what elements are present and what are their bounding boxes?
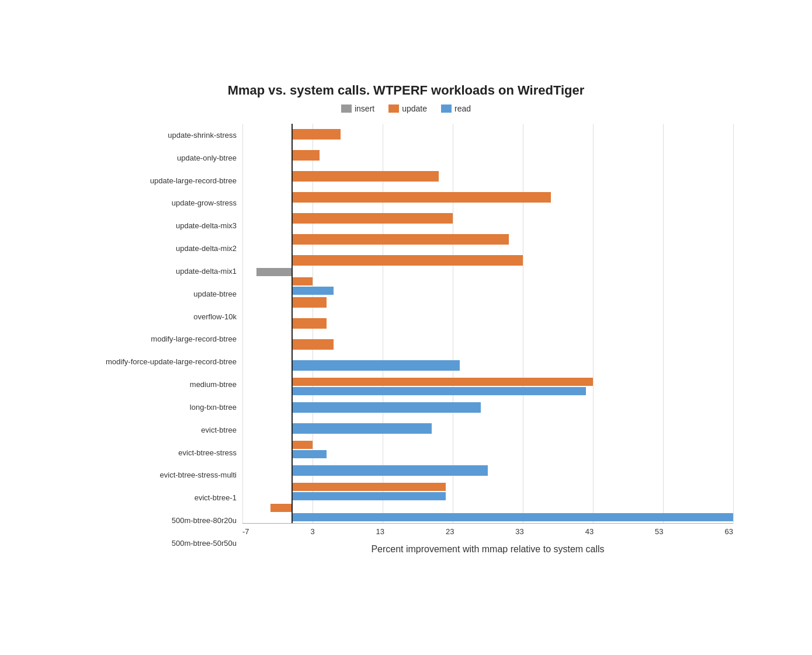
bar-segment-update: [292, 339, 334, 350]
y-label: update-delta-mix2: [79, 238, 237, 259]
y-label: evict-btree-stress: [79, 442, 237, 463]
y-label: 500m-btree-80r20u: [79, 510, 237, 531]
x-tick: 23: [446, 527, 454, 536]
bar-row: [242, 124, 733, 145]
bar-row: [242, 229, 733, 250]
bar-segment-read: [292, 465, 488, 476]
y-label: overflow-10k: [79, 306, 237, 327]
bar-segment-update: [292, 297, 327, 308]
x-tick: 43: [585, 527, 594, 536]
zero-line: [292, 124, 293, 523]
y-label: long-txn-btree: [79, 396, 237, 417]
bar-row: [242, 481, 733, 502]
x-tick: 3: [310, 527, 314, 536]
bar-segment-read: [292, 402, 481, 413]
grid-line: [733, 124, 734, 523]
bar-segment-update: [292, 234, 509, 245]
bar-row: [242, 271, 733, 292]
chart-area: update-shrink-stressupdate-only-btreeupd…: [79, 124, 733, 555]
bars-section: [242, 124, 733, 523]
legend-label-read: read: [454, 104, 471, 113]
y-label: update-delta-mix3: [79, 215, 237, 236]
bar-segment-update: [292, 277, 313, 285]
bar-segment-update: [292, 129, 341, 140]
y-label: update-delta-mix1: [79, 260, 237, 281]
legend-swatch-read: [441, 104, 452, 113]
y-label: evict-btree-stress-multi: [79, 465, 237, 486]
x-axis-label: Percent improvement with mmap relative t…: [242, 544, 733, 555]
bar-segment-update: [292, 171, 439, 182]
bar-segment-update: [270, 504, 292, 512]
bar-segment-update: [292, 318, 327, 329]
bar-row: [242, 187, 733, 208]
y-label: evict-btree: [79, 419, 237, 440]
y-label: update-shrink-stress: [79, 124, 237, 145]
bar-row: [242, 208, 733, 229]
chart-title: Mmap vs. system calls. WTPERF workloads …: [79, 83, 733, 98]
bar-segment-insert: [256, 268, 292, 276]
legend-item-insert: insert: [341, 104, 374, 113]
legend-item-update: update: [388, 104, 427, 113]
bar-row: [242, 292, 733, 313]
y-label: 500m-btree-50r50u: [79, 532, 237, 553]
chart-container: Mmap vs. system calls. WTPERF workloads …: [55, 65, 757, 590]
bar-segment-update: [292, 213, 453, 224]
bar-row: [242, 250, 733, 271]
legend: insertupdateread: [79, 104, 733, 113]
legend-swatch-update: [388, 104, 399, 113]
bar-segment-update: [292, 150, 320, 161]
y-label: update-only-btree: [79, 147, 237, 168]
x-tick: 53: [655, 527, 663, 536]
bar-row: [242, 376, 733, 397]
bar-row: [242, 397, 733, 418]
bar-segment-read: [292, 423, 432, 434]
y-label: medium-btree: [79, 374, 237, 395]
bar-segment-read: [292, 360, 460, 371]
y-label: evict-btree-1: [79, 487, 237, 508]
bar-row: [242, 145, 733, 166]
bar-row: [242, 166, 733, 187]
bar-segment-read: [292, 492, 446, 500]
legend-item-read: read: [441, 104, 471, 113]
bar-segment-read: [292, 450, 327, 458]
y-label: modify-large-record-btree: [79, 329, 237, 350]
legend-label-update: update: [402, 104, 427, 113]
y-label: modify-force-update-large-record-btree: [79, 351, 237, 372]
bar-segment-update: [292, 192, 551, 203]
bar-segment-update: [292, 483, 446, 491]
y-labels: update-shrink-stressupdate-only-btreeupd…: [79, 124, 242, 555]
bar-row: [242, 334, 733, 355]
bar-segment-read: [292, 513, 733, 521]
x-tick: -7: [242, 527, 249, 536]
y-label: update-large-record-btree: [79, 170, 237, 191]
bar-segment-update: [292, 255, 523, 266]
x-tick: 13: [376, 527, 384, 536]
bar-row: [242, 502, 733, 523]
bar-row: [242, 460, 733, 481]
x-tick: 63: [724, 527, 733, 536]
bar-segment-update: [292, 378, 593, 386]
bar-segment-read: [292, 387, 586, 395]
bar-segment-update: [292, 441, 313, 449]
y-label: update-btree: [79, 283, 237, 304]
legend-label-insert: insert: [355, 104, 374, 113]
y-label: update-grow-stress: [79, 193, 237, 214]
bars-and-axes: -73132333435363 Percent improvement with…: [242, 124, 733, 555]
bar-row: [242, 355, 733, 376]
bar-row: [242, 313, 733, 334]
x-tick: 33: [515, 527, 523, 536]
legend-swatch-insert: [341, 104, 352, 113]
x-axis: -73132333435363: [242, 523, 733, 536]
bar-row: [242, 418, 733, 439]
bar-row: [242, 439, 733, 460]
